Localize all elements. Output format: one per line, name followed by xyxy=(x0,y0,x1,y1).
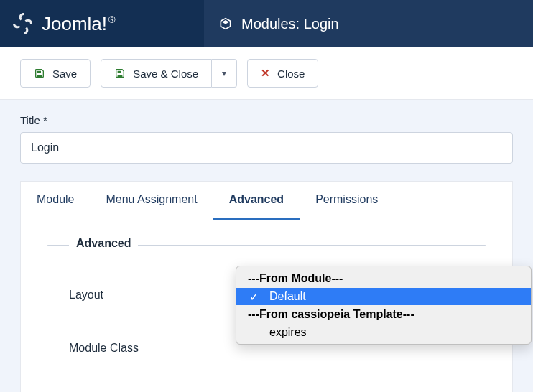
tab-menu-assignment[interactable]: Menu Assignment xyxy=(90,182,213,220)
save-close-button-label: Save & Close xyxy=(133,67,198,80)
chevron-down-icon: ▾ xyxy=(222,68,226,78)
close-icon: ✕ xyxy=(261,67,270,80)
brand-area: Joomla!® xyxy=(0,0,204,47)
joomla-logo-icon xyxy=(13,13,34,34)
tab-advanced[interactable]: Advanced xyxy=(213,182,300,220)
fieldset-legend: Advanced xyxy=(69,237,138,250)
page-title: Modules: Login xyxy=(241,16,339,32)
tab-module[interactable]: Module xyxy=(21,182,90,220)
page-title-area: Modules: Login xyxy=(204,0,533,47)
title-label: Title * xyxy=(20,114,513,126)
close-button-label: Close xyxy=(277,67,305,80)
dropdown-option-expires[interactable]: expires xyxy=(236,324,531,341)
layout-dropdown[interactable]: ---From Module--- Default ---From cassio… xyxy=(236,266,532,345)
save-button[interactable]: Save xyxy=(20,59,91,88)
toolbar: Save Save & Close ▾ ✕ Close xyxy=(0,47,533,100)
tabs: Module Menu Assignment Advanced Permissi… xyxy=(20,181,513,220)
save-icon xyxy=(34,67,45,79)
dropdown-option-default[interactable]: Default xyxy=(236,288,531,305)
brand-registered: ® xyxy=(108,14,116,25)
tab-permissions[interactable]: Permissions xyxy=(300,182,394,220)
save-close-group: Save & Close ▾ xyxy=(101,59,237,88)
save-close-button[interactable]: Save & Close xyxy=(101,59,212,88)
dropdown-group-template: ---From cassiopeia Template--- xyxy=(236,305,531,324)
close-button[interactable]: ✕ Close xyxy=(247,59,318,88)
save-close-caret-button[interactable]: ▾ xyxy=(212,59,237,88)
cube-icon xyxy=(218,17,233,31)
save-button-label: Save xyxy=(52,67,77,80)
dropdown-group-module: ---From Module--- xyxy=(236,269,531,288)
brand-name: Joomla! xyxy=(42,13,107,34)
title-input[interactable] xyxy=(20,132,513,164)
save-icon xyxy=(114,67,126,79)
